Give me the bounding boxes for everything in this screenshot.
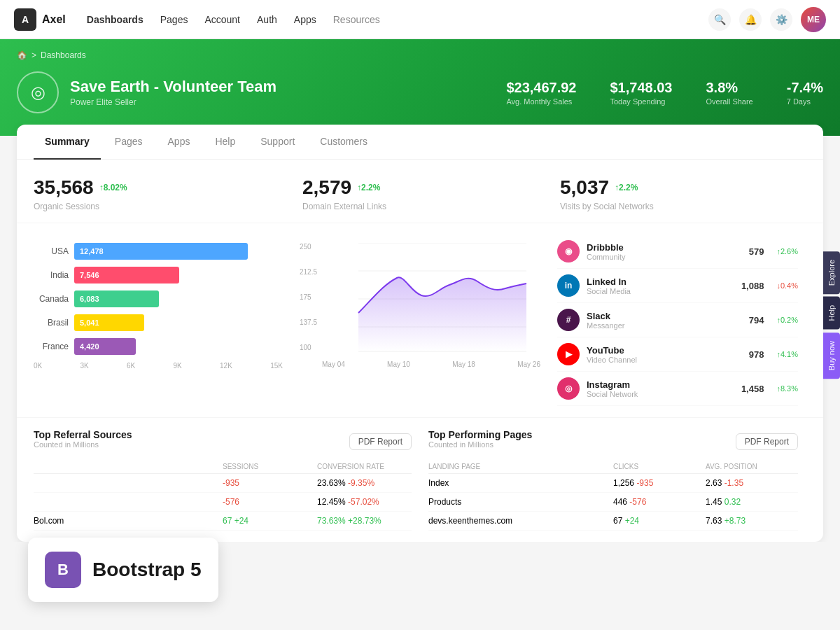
tab-help[interactable]: Help bbox=[204, 125, 246, 160]
bar-label: Canada bbox=[34, 294, 69, 304]
social-visits-change: ↑2.2% bbox=[615, 183, 638, 192]
main-content: Summary Pages Apps Help Support Customer… bbox=[0, 125, 840, 542]
domain-links-number: 2,579 ↑2.2% bbox=[302, 176, 538, 199]
x-axis: May 04 May 10 May 18 May 26 bbox=[322, 360, 540, 368]
home-icon[interactable]: 🏠 bbox=[17, 50, 27, 60]
nav-account[interactable]: Account bbox=[204, 14, 240, 25]
referral-pdf-button[interactable]: PDF Report bbox=[349, 433, 412, 450]
social-info: Slack Messanger bbox=[587, 311, 624, 330]
social-type: Social Network bbox=[587, 390, 638, 398]
settings-button[interactable]: ⚙️ bbox=[770, 8, 792, 31]
side-buttons: Explore Help Buy now bbox=[823, 251, 840, 379]
days-value: -7.4% bbox=[787, 80, 823, 96]
domain-links-stat: 2,579 ↑2.2% Domain External Links bbox=[291, 176, 549, 211]
tab-summary[interactable]: Summary bbox=[34, 125, 101, 160]
social-name: Slack bbox=[587, 311, 624, 321]
line-chart: 250 212.5 175 137.5 100 bbox=[300, 243, 540, 368]
monthly-sales-label: Avg. Monthly Sales bbox=[506, 97, 576, 106]
social-type: Community bbox=[587, 253, 626, 261]
nav-dashboards[interactable]: Dashboards bbox=[87, 14, 144, 25]
share-value: 3.8% bbox=[706, 80, 752, 96]
user-avatar[interactable]: ME bbox=[801, 7, 826, 32]
table-row: -935 23.63% -9.35% bbox=[34, 474, 412, 493]
social-row: # Slack Messanger 794 ↑0.2% bbox=[557, 303, 798, 337]
explore-button[interactable]: Explore bbox=[823, 251, 840, 294]
charts-section: USA 12,478 India 7,546 Canada 6,083 Bras… bbox=[17, 223, 823, 417]
referral-title: Top Referral Sources bbox=[34, 429, 132, 440]
tab-customers[interactable]: Customers bbox=[309, 125, 379, 160]
social-row: ◎ Instagram Social Network 1,458 ↑8.3% bbox=[557, 372, 798, 406]
bar-axis: 0K 3K 6K 9K 12K 15K bbox=[34, 362, 283, 370]
bar: 7,546 bbox=[74, 267, 179, 284]
nav-pages[interactable]: Pages bbox=[160, 14, 188, 25]
table-row: devs.keenthemes.com 67 +24 7.63 +8.73 bbox=[428, 512, 798, 531]
social-name: Instagram bbox=[587, 379, 638, 390]
nav-auth[interactable]: Auth bbox=[257, 14, 277, 25]
bar-row: Canada 6,083 bbox=[34, 290, 283, 307]
stats-row: 35,568 ↑8.02% Organic Sessions 2,579 ↑2.… bbox=[17, 160, 823, 223]
bar-label: USA bbox=[34, 246, 69, 256]
hero-stat-monthly: $23,467.92 Avg. Monthly Sales bbox=[506, 80, 576, 106]
social-count: 978 bbox=[749, 349, 764, 360]
bar-row: Brasil 5,041 bbox=[34, 314, 283, 331]
social-visits-label: Visits by Social Networks bbox=[560, 202, 795, 211]
social-row: ◉ Dribbble Community 579 ↑2.6% bbox=[557, 234, 798, 269]
organic-sessions-change: ↑8.02% bbox=[99, 183, 127, 192]
bar: 6,083 bbox=[74, 290, 159, 307]
social-count: 794 bbox=[749, 315, 764, 326]
table-row: -576 12.45% -57.02% bbox=[34, 493, 412, 512]
search-button[interactable]: 🔍 bbox=[708, 8, 731, 31]
referral-table-header: SESSIONS CONVERSION RATE bbox=[34, 460, 412, 474]
social-change: ↑8.3% bbox=[776, 384, 798, 393]
y-axis: 250 212.5 175 137.5 100 bbox=[300, 243, 317, 351]
bar-row: France 4,420 bbox=[34, 338, 283, 355]
notifications-button[interactable]: 🔔 bbox=[739, 8, 762, 31]
social-count: 1,088 bbox=[741, 281, 764, 291]
top-pages-subtitle: Counted in Millions bbox=[428, 440, 532, 449]
social-visits-stat: 5,037 ↑2.2% Visits by Social Networks bbox=[549, 176, 806, 211]
bar-chart: USA 12,478 India 7,546 Canada 6,083 Bras… bbox=[34, 243, 283, 355]
bar-container: 4,420 bbox=[74, 338, 283, 355]
bar-container: 5,041 bbox=[74, 314, 283, 331]
social-visits-number: 5,037 ↑2.2% bbox=[560, 176, 795, 199]
tab-apps[interactable]: Apps bbox=[157, 125, 202, 160]
brand[interactable]: A Axel bbox=[14, 8, 66, 31]
social-change: ↓0.4% bbox=[776, 281, 798, 290]
share-label: Overall Share bbox=[706, 97, 752, 106]
buy-now-button[interactable]: Buy now bbox=[823, 332, 840, 379]
domain-links-label: Domain External Links bbox=[302, 202, 538, 211]
bar-container: 7,546 bbox=[74, 267, 283, 284]
social-info: YouTube Video Channel bbox=[587, 345, 637, 364]
social-info: Dribbble Community bbox=[587, 242, 626, 261]
nav-resources[interactable]: Resources bbox=[333, 14, 380, 25]
line-chart-svg bbox=[322, 243, 563, 355]
domain-links-change: ↑2.2% bbox=[357, 183, 380, 192]
referral-subtitle: Counted in Millions bbox=[34, 440, 132, 449]
team-logo: ◎ bbox=[17, 71, 59, 113]
top-pages-panel: Top Performing Pages Counted in Millions… bbox=[420, 429, 806, 531]
hero-content: ◎ Save Earth - Volunteer Team Power Elit… bbox=[17, 71, 823, 113]
organic-sessions-stat: 35,568 ↑8.02% Organic Sessions bbox=[34, 176, 291, 211]
social-row: in Linked In Social Media 1,088 ↓0.4% bbox=[557, 269, 798, 303]
top-pages-title: Top Performing Pages bbox=[428, 429, 532, 440]
line-chart-panel: 250 212.5 175 137.5 100 bbox=[291, 234, 549, 406]
bar-row: India 7,546 bbox=[34, 267, 283, 284]
nav-apps[interactable]: Apps bbox=[294, 14, 316, 25]
breadcrumb-current: Dashboards bbox=[41, 50, 86, 60]
table-row: Bol.com 67 +24 73.63% +28.73% bbox=[34, 512, 412, 531]
nav-links: Dashboards Pages Account Auth Apps Resou… bbox=[87, 14, 708, 25]
table-row: Products 446 -576 1.45 0.32 bbox=[428, 493, 798, 512]
bootstrap-watermark: B Bootstrap 5 bbox=[28, 538, 218, 542]
tab-support[interactable]: Support bbox=[249, 125, 306, 160]
help-button[interactable]: Help bbox=[823, 297, 840, 330]
tab-pages[interactable]: Pages bbox=[104, 125, 154, 160]
social-count: 579 bbox=[749, 246, 764, 257]
social-change: ↑2.6% bbox=[776, 247, 798, 255]
top-pages-pdf-button[interactable]: PDF Report bbox=[736, 433, 798, 450]
breadcrumb-separator: > bbox=[31, 50, 36, 60]
breadcrumb: 🏠 > Dashboards bbox=[17, 50, 823, 60]
bar-container: 12,478 bbox=[74, 243, 283, 260]
bar-chart-panel: USA 12,478 India 7,546 Canada 6,083 Bras… bbox=[34, 234, 291, 406]
bar: 5,041 bbox=[74, 314, 144, 331]
hero-title: Save Earth - Volunteer Team bbox=[70, 78, 276, 96]
